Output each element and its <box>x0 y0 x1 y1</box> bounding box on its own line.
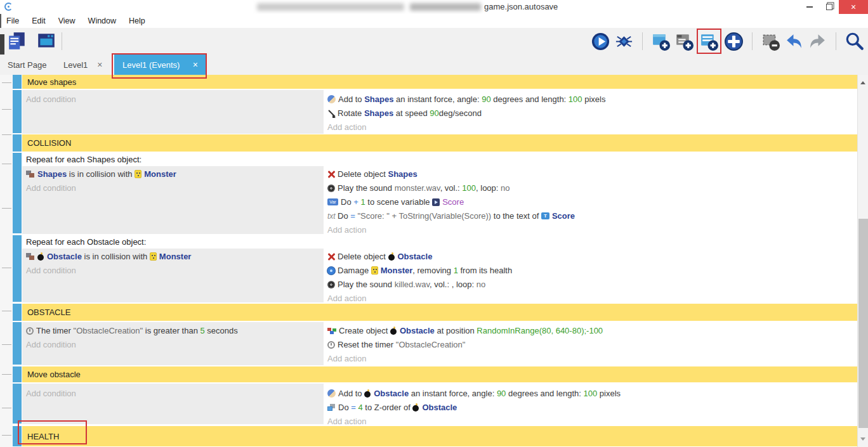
group-header[interactable]: OBSTACLE <box>22 304 857 321</box>
condition-row[interactable]: Obstacle is in collision with Monster <box>22 250 324 264</box>
add-condition[interactable]: Add condition <box>22 181 324 195</box>
add-event-button[interactable] <box>651 32 671 51</box>
tab-level1[interactable]: Level1 × <box>63 55 103 75</box>
add-action[interactable]: Add action <box>324 120 857 134</box>
text-segment: Shapes <box>388 169 418 179</box>
add-new-event-button[interactable] <box>724 32 744 51</box>
group-header[interactable]: Move shapes <box>22 75 857 89</box>
close-button[interactable]: × <box>839 0 868 14</box>
action-row[interactable]: Damage Monster, removing 1 from its heal… <box>324 264 857 278</box>
restore-button[interactable] <box>819 0 839 14</box>
redo-button[interactable] <box>808 32 827 51</box>
event-handle[interactable] <box>13 304 22 321</box>
damage-icon <box>327 267 335 275</box>
group-label: OBSTACLE <box>27 308 70 317</box>
event-handle[interactable] <box>13 153 22 233</box>
project-manager-button[interactable] <box>6 31 28 51</box>
action-row[interactable]: Add to Obstacle an instant force, angle:… <box>324 387 857 401</box>
action-row[interactable]: txt Do = "Score: " + ToString(Variable(S… <box>324 209 857 223</box>
scene-editor-button[interactable] <box>36 31 57 51</box>
preview-play-icon <box>591 32 610 51</box>
action-row[interactable]: Add to Shapes an instant force, angle: 9… <box>324 93 857 107</box>
menu-file[interactable]: File <box>0 16 25 25</box>
scroll-down-icon[interactable] <box>860 437 865 443</box>
add-condition[interactable]: Add condition <box>22 93 324 107</box>
add-subevent-button[interactable] <box>699 32 719 51</box>
debug-icon <box>614 32 634 51</box>
tab-close-icon[interactable]: × <box>97 60 102 70</box>
text-segment: 4 <box>358 403 362 412</box>
minimize-button[interactable] <box>799 0 819 14</box>
monster-icon <box>371 266 378 275</box>
conditions-panel: Obstacle is in collision with Monster Ad… <box>22 249 324 302</box>
event-handle[interactable] <box>13 322 22 365</box>
tab-close-icon[interactable]: × <box>193 60 198 70</box>
event-row: The timer "ObstacleCreation" is greater … <box>0 322 857 365</box>
action-row[interactable]: Delete object Shapes <box>324 167 857 181</box>
zorder-icon <box>327 404 336 411</box>
action-row[interactable]: Delete object Obstacle <box>324 250 857 264</box>
undo-button[interactable] <box>784 32 804 51</box>
debug-button[interactable] <box>614 32 634 51</box>
text-segment: Score <box>442 197 464 207</box>
event-handle[interactable] <box>13 366 22 382</box>
action-row[interactable]: Play the sound monster.wav, vol.: 100, l… <box>324 181 857 195</box>
add-condition[interactable]: Add condition <box>22 264 324 278</box>
condition-row[interactable]: The timer "ObstacleCreation" is greater … <box>22 324 324 338</box>
group-header[interactable]: COLLISION <box>22 134 857 152</box>
search-button[interactable] <box>845 31 865 51</box>
tab-start-page[interactable]: Start Page <box>8 55 46 75</box>
condition-row[interactable]: Shapes is in collision with Monster <box>22 167 324 181</box>
force-icon <box>327 95 336 103</box>
title-bar: game.json.autosave × <box>0 0 868 15</box>
monster-icon <box>135 170 141 178</box>
action-row[interactable]: Do + 1 to scene variable Score <box>324 195 857 209</box>
rotate-icon <box>327 110 335 117</box>
event-handle[interactable] <box>13 426 22 446</box>
text-segment: = <box>350 211 355 221</box>
action-row[interactable]: Rotate Shapes at speed 90deg/second <box>324 107 857 120</box>
scroll-up-icon[interactable] <box>860 79 865 84</box>
text-segment: 90 <box>497 389 506 398</box>
text-segment: degrees and length: <box>491 94 569 104</box>
text-segment: an instant force, angle: <box>409 389 497 398</box>
event-handle[interactable] <box>13 235 22 302</box>
text-segment: at position <box>435 326 477 335</box>
menu-window[interactable]: Window <box>82 16 122 25</box>
search-icon <box>845 31 865 51</box>
vertical-scrollbar[interactable] <box>857 75 868 447</box>
text-segment: pixels <box>597 389 621 398</box>
text-segment: Create object <box>339 326 390 335</box>
text-segment: Obstacle <box>374 389 409 398</box>
action-row[interactable]: Reset the timer "ObstacleCreation" <box>324 338 857 352</box>
event-handle[interactable] <box>13 384 22 424</box>
event-handle[interactable] <box>13 134 22 152</box>
scrollbar-thumb[interactable] <box>858 219 868 428</box>
tab-level1-events[interactable]: Level1 (Events) × <box>114 55 206 75</box>
action-row[interactable]: Play the sound killed.wav, vol.: , loop:… <box>324 278 857 292</box>
add-condition[interactable]: Add condition <box>22 387 324 401</box>
actions-panel: Delete object Obstacle Damage Monster, r… <box>324 249 857 302</box>
redacted-title-text <box>257 3 404 11</box>
group-header[interactable]: Move obstacle <box>22 366 857 382</box>
add-condition[interactable]: Add condition <box>22 338 324 352</box>
add-action[interactable]: Add action <box>324 352 857 366</box>
group-header[interactable]: HEALTH <box>22 426 857 446</box>
text-segment: , vol.: , loop: <box>430 280 477 289</box>
text-segment: is in collision with <box>67 169 135 179</box>
preview-play-button[interactable] <box>591 32 610 51</box>
event-handle[interactable] <box>13 75 22 89</box>
add-comment-button[interactable] <box>674 32 694 51</box>
menu-help[interactable]: Help <box>122 16 152 25</box>
text-segment: no <box>501 183 510 193</box>
action-row[interactable]: Do = 4 to Z-order of Obstacle <box>324 401 857 415</box>
remove-event-button[interactable] <box>761 32 780 51</box>
action-row[interactable]: Create object Obstacle at position Rando… <box>324 324 857 338</box>
text-segment: Delete object <box>338 252 388 261</box>
repeat-event-header[interactable]: Repeat for each Obstacle object: <box>22 235 857 249</box>
repeat-event-header[interactable]: Repeat for each Shapes object: <box>22 153 857 166</box>
text-segment: 90 <box>430 108 438 118</box>
menu-view[interactable]: View <box>52 16 82 25</box>
event-handle[interactable] <box>13 90 22 133</box>
menu-edit[interactable]: Edit <box>25 16 52 25</box>
